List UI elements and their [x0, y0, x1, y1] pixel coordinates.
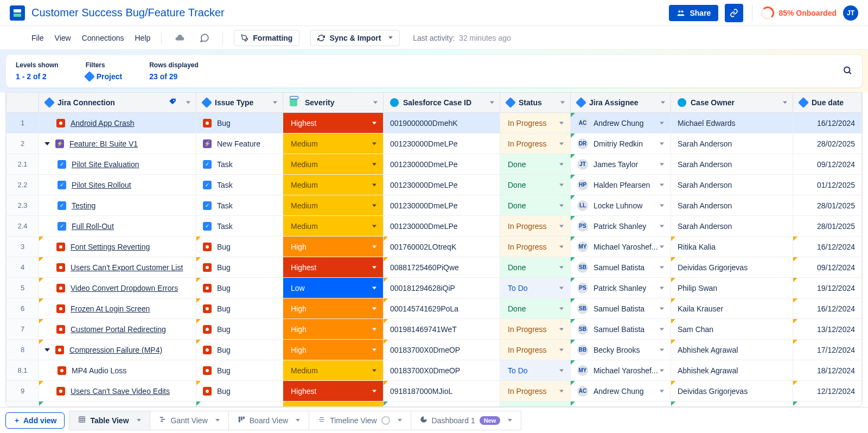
issue-type-cell[interactable]: New Feature: [196, 133, 283, 154]
status-pill[interactable]: Done: [500, 175, 570, 195]
severity-cell[interactable]: High: [283, 237, 384, 257]
status-pill[interactable]: In Progress: [500, 216, 570, 236]
sync-import-button[interactable]: Sync & Import: [310, 30, 400, 46]
status-cell[interactable]: To Do: [500, 360, 571, 381]
issue-title[interactable]: Font Settings Reverting: [71, 243, 150, 251]
jira-title-cell[interactable]: Users Can't Export Customer List: [39, 257, 196, 278]
share-button[interactable]: Share: [669, 5, 718, 21]
rownum-header[interactable]: [7, 93, 39, 113]
table-row[interactable]: 8Compression Failure (MP4)BugHigh0018370…: [7, 340, 862, 360]
copy-link-button[interactable]: [725, 4, 743, 22]
view-tab-table-view[interactable]: Table View: [69, 411, 150, 430]
severity-cell[interactable]: High: [283, 298, 384, 319]
status-cell[interactable]: Done: [500, 175, 571, 195]
issue-title[interactable]: Video Convert Dropdown Errors: [71, 284, 178, 292]
issue-title[interactable]: Full Roll-Out: [72, 222, 114, 231]
severity-cell[interactable]: Highest: [283, 381, 384, 402]
severity-cell[interactable]: Medium: [283, 402, 384, 407]
severity-pill[interactable]: Highest: [283, 257, 383, 277]
status-pill[interactable]: To Do: [500, 278, 570, 298]
chevron-down-icon[interactable]: [137, 419, 141, 422]
status-cell[interactable]: Done: [500, 298, 571, 319]
status-cell[interactable]: Done: [500, 257, 571, 278]
severity-pill[interactable]: High: [283, 340, 383, 360]
assignee-cell[interactable]: HPHalden Pfearsen: [571, 175, 671, 195]
status-pill[interactable]: In Progress: [500, 381, 570, 401]
status-pill[interactable]: Done: [500, 154, 570, 174]
severity-pill[interactable]: Highest: [283, 381, 383, 401]
document-title[interactable]: Customer Success Bug/Feature Tracker: [31, 7, 225, 19]
case-id-cell[interactable]: 001230000DmeLPe: [384, 216, 500, 237]
status-cell[interactable]: In Progress: [500, 237, 571, 257]
row-number[interactable]: 4: [7, 257, 39, 278]
owner-cell[interactable]: Sam Chan: [671, 319, 793, 340]
issue-type-cell[interactable]: Bug: [196, 237, 283, 257]
case-id-cell[interactable]: 00183700X0DmeOP: [384, 340, 500, 360]
owner-cell[interactable]: Deividas Grigorjevas: [671, 381, 793, 402]
issue-title[interactable]: Users Can't Export Customer List: [71, 263, 183, 272]
table-row[interactable]: 2.2Pilot Sites RolloutTaskMedium00123000…: [7, 175, 862, 195]
case-id-cell[interactable]: 001230000DmeLPe: [384, 175, 500, 195]
row-number[interactable]: 6: [7, 298, 39, 319]
assignee-cell[interactable]: PSPatrick Shanley: [571, 278, 671, 298]
filters-applied[interactable]: Filters Project: [86, 61, 122, 81]
jira-title-cell[interactable]: Feature: BI Suite V1: [39, 133, 196, 154]
owner-cell[interactable]: Deividas Grigorjevas: [671, 257, 793, 278]
row-number[interactable]: 8.1: [7, 360, 39, 381]
case-id-cell[interactable]: 00183700X0DmeOP: [384, 360, 500, 381]
issue-type-cell[interactable]: Bug: [196, 298, 283, 319]
tag-icon[interactable]: [169, 98, 176, 107]
due-date-cell[interactable]: 18/12/2024: [793, 360, 862, 381]
assignee-cell[interactable]: ACAndrew Chung: [571, 381, 671, 402]
jira-title-cell[interactable]: Font Settings Reverting: [39, 237, 196, 257]
status-cell[interactable]: Done: [500, 402, 571, 407]
row-number[interactable]: 2.2: [7, 175, 39, 195]
due-date-cell[interactable]: 09/12/2024: [793, 402, 862, 407]
case-id-cell[interactable]: 001230000DmeLPe: [384, 133, 500, 154]
owner-cell[interactable]: Philip Swan: [671, 278, 793, 298]
due-date-cell[interactable]: 16/12/2024: [793, 237, 862, 257]
col-issue-type[interactable]: Issue Type: [196, 93, 283, 113]
col-status[interactable]: Status: [500, 93, 571, 113]
due-date-cell[interactable]: 28/01/2025: [793, 195, 862, 216]
status-cell[interactable]: In Progress: [500, 113, 571, 133]
case-id-cell[interactable]: 0019000000DmehK: [384, 113, 500, 133]
severity-pill[interactable]: Low: [283, 278, 383, 298]
chevron-down-icon[interactable]: [215, 419, 220, 422]
jira-title-cell[interactable]: MP4 Audio Loss: [39, 360, 196, 381]
due-date-cell[interactable]: 12/12/2024: [793, 381, 862, 402]
table-row[interactable]: 1Android App CrashBugHighest0019000000Dm…: [7, 113, 862, 133]
severity-cell[interactable]: High: [283, 319, 384, 340]
status-pill[interactable]: In Progress: [500, 237, 570, 257]
table-row[interactable]: 6Frozen At Login ScreenBugHigh0001457416…: [7, 298, 862, 319]
jira-title-cell[interactable]: Pilot Sites Rollout: [39, 175, 196, 195]
chevron-down-icon[interactable]: [508, 419, 512, 422]
owner-cell[interactable]: Sarah Anderson: [671, 175, 793, 195]
issue-title[interactable]: Customer Portal Redirecting: [71, 325, 166, 334]
assignee-cell[interactable]: SBSamuel Batista: [571, 319, 671, 340]
status-pill[interactable]: Done: [500, 402, 570, 407]
assignee-cell[interactable]: BBBecky Brooks: [571, 340, 671, 360]
status-cell[interactable]: In Progress: [500, 340, 571, 360]
chevron-down-icon[interactable]: [560, 101, 565, 104]
chevron-down-icon[interactable]: [296, 419, 300, 422]
table-row[interactable]: 10Crashing during exportBugMedium0091527…: [7, 402, 862, 407]
row-number[interactable]: 3: [7, 237, 39, 257]
formatting-button[interactable]: Formatting: [234, 30, 299, 46]
owner-cell[interactable]: Sarah Anderson: [671, 195, 793, 216]
status-pill[interactable]: Done: [500, 298, 570, 319]
rows-displayed[interactable]: Rows displayed 23 of 29: [149, 61, 199, 81]
issue-type-cell[interactable]: Task: [196, 195, 283, 216]
row-number[interactable]: 2.3: [7, 195, 39, 216]
severity-cell[interactable]: Highest: [283, 113, 384, 133]
assignee-cell[interactable]: BBBecky Brooks: [571, 402, 671, 407]
chevron-down-icon[interactable]: [186, 101, 190, 104]
assignee-cell[interactable]: DRDmitriy Redkin: [571, 133, 671, 154]
issue-type-cell[interactable]: Bug: [196, 278, 283, 298]
severity-cell[interactable]: Medium: [283, 195, 384, 216]
row-number[interactable]: 2: [7, 133, 39, 154]
menu-help[interactable]: Help: [135, 34, 150, 42]
due-date-cell[interactable]: 28/01/2025: [793, 216, 862, 237]
assignee-cell[interactable]: ACAndrew Chung: [571, 113, 671, 133]
table-row[interactable]: 2.1Pilot Site EvaluationTaskMedium001230…: [7, 154, 862, 175]
